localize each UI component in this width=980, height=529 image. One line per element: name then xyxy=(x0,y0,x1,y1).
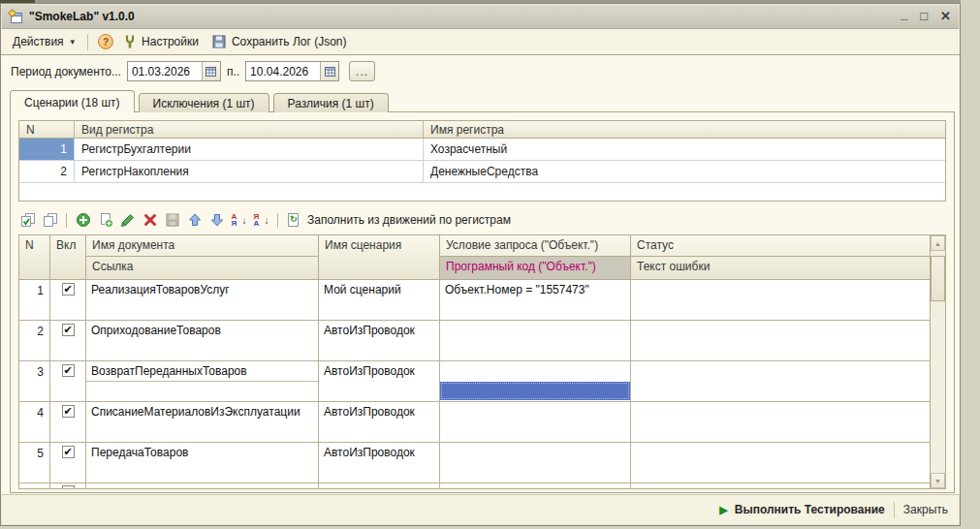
scenario-row[interactable]: 4✔СписаниеМатериаловИзЭксплуатацииАвтоИз… xyxy=(19,402,930,443)
column-header-link[interactable]: Ссылка xyxy=(86,257,318,279)
settings-button[interactable]: Настройки xyxy=(120,32,202,51)
period-browse-button[interactable]: ... xyxy=(349,61,375,81)
scenario-document-cell[interactable]: ВозвратПереданныхТоваров xyxy=(86,361,319,401)
column-header-status-text[interactable]: Статус xyxy=(631,235,930,257)
enabled-checkbox[interactable]: ✔ xyxy=(62,364,75,377)
column-header-enabled[interactable]: Вкл xyxy=(50,235,86,279)
clear-all-flags-icon xyxy=(42,212,58,228)
register-row[interactable]: 1РегистрБухгалтерииХозрасчетный xyxy=(19,139,945,161)
scenario-enabled-cell[interactable]: ✔ xyxy=(50,361,86,401)
status-cell[interactable] xyxy=(631,361,930,401)
scenario-document-cell[interactable]: РеализацияТоваровУслуг xyxy=(86,280,319,320)
set-all-flags-icon xyxy=(19,212,36,228)
move-down-button[interactable] xyxy=(207,211,226,229)
scenario-enabled-cell[interactable]: ✔ xyxy=(50,280,86,320)
register-row[interactable]: 2РегистрНакопленияДенежныеСредства xyxy=(19,161,945,183)
period-from-calendar-button[interactable] xyxy=(202,62,220,80)
add-icon xyxy=(76,212,91,228)
scenario-name-cell[interactable]: АвтоИзПроводок xyxy=(319,443,440,482)
register-name-cell[interactable]: Хозрасчетный xyxy=(424,139,945,160)
query-condition-cell[interactable] xyxy=(440,443,631,482)
scenario-enabled-cell[interactable]: ✔ xyxy=(50,402,86,442)
sort-descending-button[interactable]: Я А ↓ xyxy=(252,211,270,229)
document-name-text: ПередачаТоваров xyxy=(86,443,318,462)
window-title: "SmokeLab" v1.0.0 xyxy=(29,10,895,23)
save-settings-disabled-button[interactable] xyxy=(163,211,181,229)
period-to-calendar-button[interactable] xyxy=(320,62,338,80)
save-log-button[interactable]: Сохранить Лог (Json) xyxy=(208,32,350,51)
scrollbar-thumb[interactable] xyxy=(931,256,945,301)
scroll-up-button[interactable]: ▲ xyxy=(931,235,945,251)
vertical-scrollbar[interactable]: ▲ ▼ xyxy=(930,235,945,488)
close-form-button[interactable]: Закрыть xyxy=(903,503,948,516)
scenario-name-cell[interactable]: АвтоИзПроводок xyxy=(319,402,440,442)
scenario-document-cell[interactable]: СписаниеМатериаловИзЭксплуатации xyxy=(86,402,319,442)
maximize-button[interactable]: □ xyxy=(920,11,928,22)
scenario-row[interactable]: 5✔ПередачаТоваровАвтоИзПроводок xyxy=(19,443,930,483)
scenario-row[interactable]: 1✔РеализацияТоваровУслугМой сценарийОбъе… xyxy=(19,280,930,321)
column-header-n[interactable]: N xyxy=(19,121,75,138)
query-condition-cell[interactable] xyxy=(440,361,631,401)
column-header-scenario[interactable]: Имя сценария xyxy=(319,235,440,279)
column-header-register-name[interactable]: Имя регистра xyxy=(424,121,945,138)
scenario-document-cell[interactable]: ПередачаТоваров xyxy=(86,443,319,482)
calendar-grid-icon xyxy=(325,67,335,77)
register-type-cell[interactable]: РегистрНакопления xyxy=(75,161,424,182)
selected-code-cell[interactable] xyxy=(440,382,630,400)
scenario-name-cell[interactable]: Мой сценарий xyxy=(319,280,440,320)
scenario-enabled-cell[interactable]: ✔ xyxy=(50,321,86,360)
column-header-program-code[interactable]: Програмный код ("Объект.") xyxy=(440,257,630,279)
enabled-checkbox[interactable]: ✔ xyxy=(62,324,75,336)
actions-menu-button[interactable]: Действия ▾ xyxy=(10,33,78,50)
period-to-input[interactable] xyxy=(246,62,320,80)
query-condition-cell[interactable] xyxy=(440,321,631,360)
tab-3[interactable]: Различия (1 шт) xyxy=(273,93,389,112)
period-from-input[interactable] xyxy=(128,62,202,80)
scenario-document-cell xyxy=(86,483,319,488)
fill-from-register-movements-button[interactable]: ↻ Заполнить из движений по регистрам xyxy=(285,211,512,229)
status-cell[interactable] xyxy=(631,402,930,442)
period-from-field xyxy=(127,61,221,81)
save-disabled-icon xyxy=(165,212,180,228)
scenario-row[interactable]: 2✔ОприходованиеТоваровАвтоИзПроводок xyxy=(19,321,930,361)
enabled-checkbox[interactable]: ✔ xyxy=(62,405,75,418)
copy-icon xyxy=(98,212,113,228)
query-condition-cell[interactable] xyxy=(440,402,631,442)
status-cell[interactable] xyxy=(631,443,930,482)
register-name-cell[interactable]: ДенежныеСредства xyxy=(424,161,945,182)
help-button[interactable]: ? xyxy=(98,34,113,49)
register-type-cell[interactable]: РегистрБухгалтерии xyxy=(75,139,424,160)
column-header-n[interactable]: N xyxy=(19,235,50,279)
scenario-row[interactable]: 3✔ВозвратПереданныхТоваровАвтоИзПроводок xyxy=(19,361,930,402)
sort-ascending-button[interactable]: А Я ↓ xyxy=(230,211,248,229)
scroll-down-button[interactable]: ▼ xyxy=(931,473,945,488)
fill-refresh-icon: ↻ xyxy=(286,212,300,228)
enabled-checkbox[interactable]: ✔ xyxy=(62,446,75,458)
add-row-button[interactable] xyxy=(74,211,92,229)
scenario-row-number: 3 xyxy=(19,361,50,401)
run-testing-button[interactable]: ▶ Выполнить Тестирование xyxy=(719,503,885,516)
edit-row-button[interactable] xyxy=(118,211,137,229)
scenario-enabled-cell[interactable]: ✔ xyxy=(50,443,86,482)
titlebar[interactable]: "SmokeLab" v1.0.0 _ □ ✕ xyxy=(2,5,959,29)
status-cell[interactable] xyxy=(631,321,930,360)
scenario-name-cell[interactable]: АвтоИзПроводок xyxy=(319,321,440,360)
scenario-name-cell[interactable]: АвтоИзПроводок xyxy=(319,361,440,401)
enabled-checkbox[interactable]: ✔ xyxy=(62,283,75,296)
status-cell[interactable] xyxy=(631,280,930,320)
tab-2[interactable]: Исключения (1 шт) xyxy=(139,93,269,112)
copy-row-button[interactable] xyxy=(96,211,114,229)
clear-all-flags-button[interactable] xyxy=(41,211,59,229)
close-button[interactable]: ✕ xyxy=(940,11,951,22)
delete-row-button[interactable] xyxy=(141,211,159,229)
column-header-error-text[interactable]: Текст ошибки xyxy=(631,257,930,279)
minimize-button[interactable]: _ xyxy=(901,9,907,20)
move-up-button[interactable] xyxy=(185,211,204,229)
query-condition-cell[interactable]: Объект.Номер = "1557473" xyxy=(440,280,631,320)
column-header-query-condition[interactable]: Условие запроса ("Объект.") xyxy=(440,235,630,257)
column-header-register-type[interactable]: Вид регистра xyxy=(75,121,424,138)
set-all-flags-button[interactable] xyxy=(18,211,37,229)
tab-1[interactable]: Сценарии (18 шт) xyxy=(10,90,135,112)
scenario-document-cell[interactable]: ОприходованиеТоваров xyxy=(86,321,319,360)
column-header-document-name[interactable]: Имя документа xyxy=(86,235,318,257)
